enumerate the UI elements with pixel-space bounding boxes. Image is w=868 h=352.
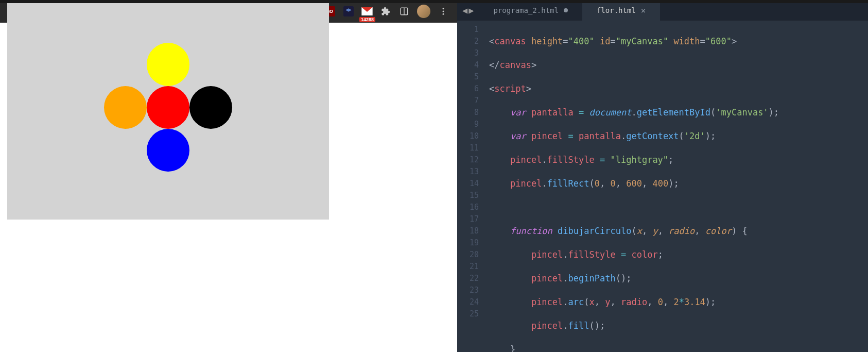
code-editor: ◀ ▶ programa_2.html flor.html × 12345678… (457, 0, 868, 352)
tab-flor[interactable]: flor.html × (582, 0, 661, 21)
window-top-strip (0, 0, 868, 3)
mail-extension[interactable]: 14288 (361, 6, 373, 17)
code-area[interactable]: 1234567891011121314151617181920212223242… (457, 21, 868, 352)
modified-dot-icon (564, 8, 568, 12)
svg-point-14 (443, 8, 444, 9)
gutter-line: 12 (457, 154, 479, 166)
line-gutter: 1234567891011121314151617181920212223242… (457, 21, 484, 352)
browser-pane: i Archivo | C:/Users/LATITUDE/Des... G u… (0, 0, 457, 352)
gutter-line: 21 (457, 261, 479, 273)
panel-button[interactable] (398, 6, 410, 17)
tab-prev-icon[interactable]: ◀ (462, 5, 467, 15)
tab-next-icon[interactable]: ▶ (468, 5, 474, 15)
gutter-line: 11 (457, 142, 479, 154)
gutter-line: 13 (457, 166, 479, 178)
circle-yellow (147, 43, 189, 86)
gutter-line: 15 (457, 190, 479, 202)
gutter-line: 8 (457, 107, 479, 119)
tab-nav-arrows: ◀ ▶ (457, 5, 479, 15)
circle-red (147, 86, 189, 129)
gutter-line: 17 (457, 213, 479, 225)
gutter-line: 6 (457, 83, 479, 95)
canvas-output (7, 0, 329, 220)
editor-tabs-bar: ◀ ▶ programa_2.html flor.html × (457, 0, 868, 21)
code-content[interactable]: <canvas height="400" id="myCanvas" width… (484, 21, 868, 352)
gutter-line: 20 (457, 249, 479, 261)
gutter-line: 18 (457, 225, 479, 237)
scrollbar[interactable] (861, 21, 868, 352)
circle-black (189, 86, 232, 129)
tabs-container: programa_2.html flor.html × (479, 0, 661, 21)
close-icon[interactable]: × (641, 6, 646, 15)
gutter-line: 23 (457, 284, 479, 296)
mail-badge: 14288 (359, 17, 375, 22)
tab-label: flor.html (597, 6, 636, 14)
svg-point-16 (443, 13, 444, 15)
tab-label: programa_2.html (494, 6, 559, 14)
gutter-line: 4 (457, 59, 479, 71)
dots-vertical-icon (439, 7, 448, 16)
extension-cube[interactable] (343, 6, 354, 17)
menu-button[interactable] (438, 6, 449, 17)
cube-icon (343, 6, 354, 16)
gutter-line: 5 (457, 71, 479, 83)
gutter-line: 24 (457, 296, 479, 308)
gutter-line: 22 (457, 273, 479, 284)
circle-blue (147, 129, 189, 172)
profile-avatar[interactable] (417, 5, 430, 18)
panel-icon (400, 7, 409, 16)
gutter-line: 14 (457, 178, 479, 190)
extensions-button[interactable] (380, 6, 391, 17)
main-content-row: i Archivo | C:/Users/LATITUDE/Des... G u… (0, 0, 868, 352)
puzzle-icon (381, 7, 390, 16)
gutter-line: 3 (457, 47, 479, 59)
gutter-line: 10 (457, 130, 479, 142)
gutter-line: 7 (457, 95, 479, 107)
gutter-line: 9 (457, 119, 479, 130)
tab-programa-2[interactable]: programa_2.html (479, 0, 582, 21)
gutter-line: 16 (457, 202, 479, 213)
gutter-line: 19 (457, 237, 479, 249)
gutter-line: 2 (457, 36, 479, 47)
gutter-line: 1 (457, 24, 479, 36)
svg-point-15 (443, 11, 444, 12)
circle-orange (104, 86, 147, 129)
gutter-line: 25 (457, 308, 479, 320)
mail-icon (361, 7, 373, 15)
